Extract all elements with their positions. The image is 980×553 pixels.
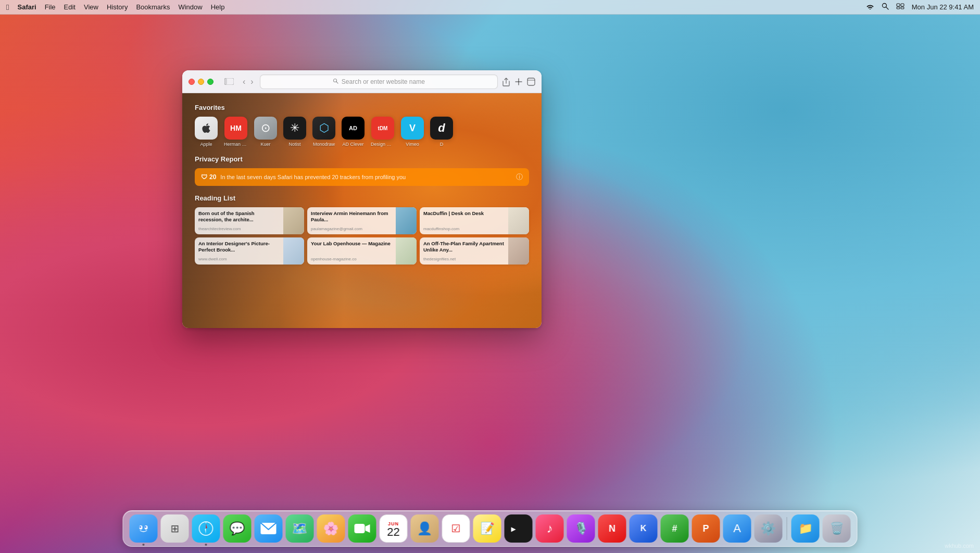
dock-item-maps[interactable]: 🗺️ [286, 514, 314, 543]
svg-rect-12 [527, 78, 535, 85]
dock-item-podcasts[interactable]: 🎙️ [567, 514, 595, 543]
dock-icon-syspreferences: ⚙️ [755, 514, 783, 543]
svg-rect-5 [901, 7, 904, 9]
fullscreen-button[interactable] [527, 78, 535, 86]
dock-item-numbers[interactable]: # [661, 514, 689, 543]
favorite-item-monodraw[interactable]: ⬡ Monodraw [312, 117, 335, 147]
dock-item-launchpad[interactable]: ⊞ [161, 514, 189, 543]
favorite-icon-d: d [430, 117, 453, 140]
maximize-button[interactable] [207, 79, 213, 85]
menubar-window[interactable]: Window [178, 3, 202, 11]
favorite-item-vimeo[interactable]: V Vimeo [401, 117, 424, 147]
apple-menu[interactable]:  [6, 3, 9, 11]
menubar:  Safari File Edit View History Bookmark… [0, 0, 980, 15]
favorite-item-ad[interactable]: AD AD Clever [342, 117, 365, 147]
reading-thumb-3 [283, 237, 304, 265]
dock-item-trash[interactable]: 🗑️ [823, 514, 851, 543]
dock-icon-numbers: # [661, 514, 689, 543]
reading-text-3: An Interior Designer's Picture-Perfect B… [195, 237, 283, 265]
privacy-bar[interactable]: 🛡 20 In the last seven days Safari has p… [195, 168, 529, 186]
menubar-view[interactable]: View [84, 3, 98, 11]
menubar-help[interactable]: Help [211, 3, 225, 11]
svg-line-1 [886, 7, 888, 10]
dock-item-appstore[interactable]: A [723, 514, 751, 543]
search-magnifier-icon[interactable] [882, 3, 889, 11]
favorite-item-tdm[interactable]: tDM Design Museum [371, 117, 395, 147]
reading-item-0[interactable]: Born out of the Spanish recession, the a… [195, 207, 304, 234]
reading-item-4[interactable]: Your Lab Openhouse — Magazine openhouse-… [307, 237, 417, 265]
dock-item-messages[interactable]: 💬 [223, 514, 252, 543]
favorite-label-hm: Herman Miller [224, 142, 248, 147]
reading-item-1[interactable]: Interview Armin Heinemann from Paula... … [307, 207, 417, 234]
favorite-icon-ad: AD [342, 117, 365, 140]
dock-icon-files: 📁 [791, 514, 820, 543]
minimize-button[interactable] [198, 79, 204, 85]
dock-item-notes[interactable]: 📝 [473, 514, 501, 543]
reading-section: Reading List Born out of the Spanish rec… [195, 194, 529, 265]
menubar-history[interactable]: History [107, 3, 128, 11]
dock-icon-music: ♪ [536, 514, 564, 543]
favorite-item-notist[interactable]: ✳ Notist [283, 117, 306, 147]
menubar-datetime[interactable]: Mon Jun 22 9:41 AM [912, 3, 974, 11]
favorite-item-hm[interactable]: HM Herman Miller [224, 117, 248, 147]
forward-button[interactable]: › [248, 76, 255, 87]
menubar-right: Mon Jun 22 9:41 AM [866, 3, 974, 11]
menubar-bookmarks[interactable]: Bookmarks [136, 3, 170, 11]
dock-item-pages[interactable]: P [692, 514, 720, 543]
privacy-info-button[interactable]: ⓘ [516, 172, 523, 182]
dock-item-safari[interactable] [192, 514, 220, 543]
dock-item-calendar[interactable]: JUN 22 [380, 514, 408, 543]
dock-item-music[interactable]: ♪ [536, 514, 564, 543]
reading-thumb-1 [396, 207, 417, 234]
dock-item-files[interactable]: 📁 [791, 514, 820, 543]
favorite-item-d[interactable]: d D [430, 117, 453, 147]
dock-icon-photos: 🌸 [317, 514, 345, 543]
favorites-section: Favorites Apple HM Herman Miller [195, 104, 529, 147]
reading-thumb-2 [508, 207, 529, 234]
privacy-section: Privacy Report 🛡 20 In the last seven da… [195, 155, 529, 186]
menubar-safari[interactable]: Safari [17, 3, 36, 11]
toolbar-actions [502, 77, 535, 86]
reading-title-4: Your Lab Openhouse — Magazine [311, 241, 392, 247]
dock-item-finder[interactable] [130, 514, 158, 543]
reading-thumb-5 [508, 237, 529, 265]
svg-rect-2 [897, 4, 900, 6]
control-center-icon[interactable] [896, 3, 904, 11]
svg-marker-21 [205, 529, 206, 534]
dock-item-news[interactable]: N [598, 514, 626, 543]
share-button[interactable] [502, 77, 510, 86]
dock-icon-calendar: JUN 22 [380, 514, 408, 543]
dock-item-photos[interactable]: 🌸 [317, 514, 345, 543]
dock-item-reminders[interactable]: ☑ [442, 514, 470, 543]
dock-item-syspreferences[interactable]: ⚙️ [755, 514, 783, 543]
close-button[interactable] [189, 79, 195, 85]
favorite-icon-tdm: tDM [371, 117, 394, 140]
reading-title: Reading List [195, 194, 529, 202]
favorites-title: Favorites [195, 104, 529, 111]
svg-rect-7 [224, 78, 227, 85]
reading-item-2[interactable]: MacDuffin | Desk on Desk macduffinshop.c… [420, 207, 529, 234]
svg-rect-4 [897, 7, 900, 9]
dock-item-appletv[interactable]: ▶ [505, 514, 533, 543]
dock-item-facetime[interactable] [348, 514, 376, 543]
address-bar[interactable]: Search or enter website name [260, 74, 498, 89]
back-button[interactable]: ‹ [241, 76, 247, 87]
dock-icon-finder [130, 514, 158, 543]
reading-item-5[interactable]: An Off-The-Plan Family Apartment Unlike … [420, 237, 529, 265]
address-search-icon [333, 78, 338, 85]
menubar-edit[interactable]: Edit [64, 3, 76, 11]
reading-title-1: Interview Armin Heinemann from Paula... [311, 210, 392, 223]
dock-icon-appstore: A [723, 514, 751, 543]
favorite-item-apple[interactable]: Apple [195, 117, 218, 147]
new-tab-button[interactable] [514, 78, 523, 86]
dock-item-contacts[interactable]: 👤 [411, 514, 439, 543]
dock-item-keynote[interactable]: K [630, 514, 658, 543]
menubar-file[interactable]: File [45, 3, 56, 11]
dock-item-mail[interactable] [255, 514, 283, 543]
dock-icon-safari [192, 514, 220, 543]
favorite-item-kuer[interactable]: ⊙ Kuer [254, 117, 277, 147]
reading-item-3[interactable]: An Interior Designer's Picture-Perfect B… [195, 237, 304, 265]
watermark: wkhub.com [945, 543, 974, 549]
sidebar-toggle-button[interactable] [224, 78, 234, 85]
svg-point-14 [135, 520, 152, 537]
